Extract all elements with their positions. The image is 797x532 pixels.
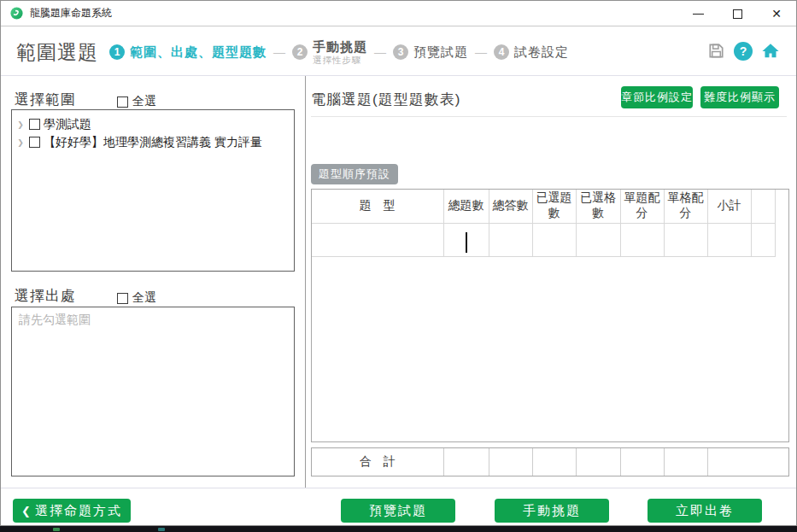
minimize-button[interactable] xyxy=(678,1,718,26)
step-indicator: 1 範圍、出處、題型題數 — 2 手動挑題 選擇性步驟 — 3 預覽試題 — 4… xyxy=(109,35,569,69)
total-cell xyxy=(620,448,664,476)
source-list: 請先勾選範圍 xyxy=(11,307,295,476)
col-extra xyxy=(751,190,775,223)
source-section-title: 選擇出處 xyxy=(15,286,76,306)
cell-subtotal[interactable] xyxy=(707,223,751,256)
header-icons: ? xyxy=(706,41,781,61)
cell-question-type[interactable] xyxy=(312,223,443,256)
section-divider xyxy=(311,116,787,117)
checkbox[interactable] xyxy=(117,293,128,304)
window-title: 龍騰題庫命題系統 xyxy=(30,6,112,20)
total-cell xyxy=(489,448,532,476)
total-cell xyxy=(664,448,707,476)
window-controls: ✕ xyxy=(678,1,796,26)
computer-select-title: 電腦選題(題型題數表) xyxy=(311,90,460,109)
panel-divider xyxy=(305,76,306,488)
col-selected-blanks: 已選格數 xyxy=(576,190,620,223)
checkbox[interactable] xyxy=(117,96,128,108)
step-4[interactable]: 4 試卷設定 xyxy=(494,44,569,61)
step-dash: — xyxy=(273,45,285,59)
step-2-sublabel: 選擇性步驟 xyxy=(313,55,367,65)
chevron-left-icon: ❮ xyxy=(21,505,31,517)
step-4-label: 試卷設定 xyxy=(514,44,569,61)
manual-pick-button[interactable]: 手動挑題 xyxy=(495,499,609,523)
cell-selected-blanks[interactable] xyxy=(576,223,620,256)
tree-item-label[interactable]: 【好好學】地理學測總複習講義 實力評量 xyxy=(44,135,262,150)
total-row: 合 計 xyxy=(312,448,788,476)
range-select-all[interactable]: 全選 xyxy=(117,94,156,109)
taskbar xyxy=(0,526,797,532)
total-cell xyxy=(576,448,620,476)
total-cell xyxy=(532,448,576,476)
cell-extra[interactable] xyxy=(751,223,775,256)
step-dash: — xyxy=(374,45,386,59)
step-1-badge: 1 xyxy=(109,44,125,60)
total-cell xyxy=(707,448,788,476)
total-table: 合 計 xyxy=(312,448,788,476)
step-2-label: 手動挑題 xyxy=(313,39,367,54)
save-icon[interactable] xyxy=(706,41,726,61)
app-window: 龍騰題庫命題系統 ✕ 範圍選題 1 範圍、出處、題型題數 — 2 手動挑題 選擇… xyxy=(0,0,797,526)
preview-questions-button[interactable]: 預覽試題 xyxy=(341,499,455,523)
step-3-badge: 3 xyxy=(393,44,408,60)
text-cursor xyxy=(466,232,467,253)
chevron-right-icon[interactable]: ❯ xyxy=(15,138,26,147)
minimize-icon xyxy=(693,14,704,15)
cell-points-per-blank[interactable] xyxy=(664,223,707,256)
step-1[interactable]: 1 範圍、出處、題型題數 xyxy=(109,44,267,61)
col-selected-questions: 已選題數 xyxy=(532,190,576,223)
page-title: 範圍選題 xyxy=(16,39,98,66)
col-total-questions: 總題數 xyxy=(443,190,489,223)
col-points-per-blank: 單格配分 xyxy=(664,190,707,223)
col-total-answers: 總答數 xyxy=(489,190,532,223)
question-type-table: 題 型 總題數 總答數 已選題數 已選格數 單題配分 單格配分 小計 xyxy=(312,190,776,257)
col-points-per-question: 單題配分 xyxy=(620,190,664,223)
footer-bar: ❮ 選擇命題方式 預覽試題 手動挑題 立即出卷 xyxy=(1,488,796,526)
table-header-row: 題 型 總題數 總答數 已選題數 已選格數 單題配分 單格配分 小計 xyxy=(312,190,775,223)
tree-item-exam[interactable]: ❯ 學測試題 xyxy=(15,115,290,133)
step-dash: — xyxy=(475,45,487,59)
title-bar: 龍騰題庫命題系統 ✕ xyxy=(1,1,796,26)
header: 範圍選題 1 範圍、出處、題型題數 — 2 手動挑題 選擇性步驟 — 3 預覽試… xyxy=(1,27,796,76)
step-3[interactable]: 3 預覽試題 xyxy=(393,44,468,61)
help-button[interactable]: ? xyxy=(734,42,753,61)
tree-item-lecture[interactable]: ❯ 【好好學】地理學測總複習講義 實力評量 xyxy=(15,133,290,151)
generate-paper-button[interactable]: 立即出卷 xyxy=(648,499,762,523)
maximize-button[interactable] xyxy=(718,1,757,26)
step-1-label: 範圍、出處、題型題數 xyxy=(130,44,267,61)
step-2-badge: 2 xyxy=(292,44,308,60)
chapter-ratio-button[interactable]: 章節比例設定 xyxy=(621,86,693,108)
range-section-title: 選擇範圍 xyxy=(15,90,76,109)
col-subtotal: 小計 xyxy=(707,190,751,223)
tree-item-label[interactable]: 學測試題 xyxy=(44,117,91,132)
back-button-label: 選擇命題方式 xyxy=(35,503,122,519)
cell-points-per-question[interactable] xyxy=(620,223,664,256)
maximize-icon xyxy=(733,9,742,19)
taskbar-icon xyxy=(53,528,60,531)
home-icon[interactable] xyxy=(760,41,781,61)
source-select-all[interactable]: 全選 xyxy=(117,290,156,306)
chevron-right-icon[interactable]: ❯ xyxy=(15,120,26,129)
checkbox[interactable] xyxy=(29,119,40,130)
total-label: 合 計 xyxy=(312,448,443,476)
range-tree: ❯ 學測試題 ❯ 【好好學】地理學測總複習講義 實力評量 xyxy=(11,109,295,272)
step-2[interactable]: 2 手動挑題 選擇性步驟 xyxy=(292,39,367,64)
total-cell xyxy=(443,448,489,476)
cell-total-answers[interactable] xyxy=(489,223,532,256)
step-3-label: 預覽試題 xyxy=(413,44,468,61)
close-icon: ✕ xyxy=(771,8,782,20)
select-all-label: 全選 xyxy=(132,94,156,109)
difficulty-ratio-button[interactable]: 難度比例顯示 xyxy=(700,86,779,108)
taskbar-icon xyxy=(158,528,165,531)
source-placeholder: 請先勾選範圍 xyxy=(12,307,294,333)
select-all-label: 全選 xyxy=(132,290,156,306)
close-button[interactable]: ✕ xyxy=(757,1,796,26)
question-order-default-button[interactable]: 題型順序預設 xyxy=(311,164,398,184)
step-4-badge: 4 xyxy=(494,44,509,60)
total-row-container: 合 計 xyxy=(311,447,789,476)
cell-selected-questions[interactable] xyxy=(532,223,576,256)
col-question-type: 題 型 xyxy=(312,190,443,223)
choose-method-back-button[interactable]: ❮ 選擇命題方式 xyxy=(13,499,131,523)
question-type-table-container: 題 型 總題數 總答數 已選題數 已選格數 單題配分 單格配分 小計 xyxy=(311,189,789,442)
checkbox[interactable] xyxy=(29,137,40,148)
